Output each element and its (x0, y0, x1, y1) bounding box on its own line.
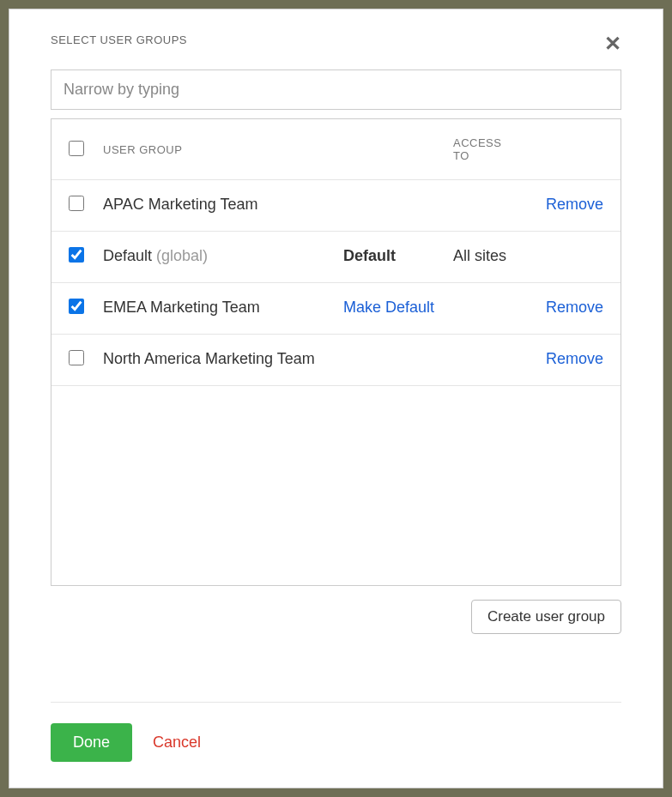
row-checkbox[interactable] (69, 247, 84, 263)
row-checkbox[interactable] (69, 350, 84, 365)
default-cell (335, 180, 445, 232)
table-row: North America Marketing Team Remove (51, 335, 621, 386)
table-row: EMEA Marketing Team Make Default Remove (51, 283, 621, 335)
action-cell: Remove (527, 180, 621, 232)
remove-link[interactable]: Remove (546, 299, 603, 316)
group-name-text: EMEA Marketing Team (103, 299, 260, 316)
default-cell: Default (335, 232, 445, 283)
access-cell: All sites (445, 232, 527, 283)
action-cell: Remove (527, 283, 621, 335)
group-name: EMEA Marketing Team (94, 283, 335, 335)
access-cell (445, 180, 527, 232)
table-row: APAC Marketing Team Remove (51, 180, 621, 232)
remove-link[interactable]: Remove (546, 350, 603, 367)
modal-title: SELECT USER GROUPS (51, 33, 187, 46)
make-default-link[interactable]: Make Default (343, 299, 434, 316)
group-name-text: Default (103, 247, 152, 264)
table-row: Default (global) Default All sites (51, 232, 621, 283)
col-header-action (527, 119, 621, 180)
action-cell: Remove (527, 335, 621, 386)
group-name: Default (global) (94, 232, 335, 283)
below-table-actions: Create user group (51, 600, 621, 634)
group-name: APAC Marketing Team (94, 180, 335, 232)
action-cell (527, 232, 621, 283)
modal-header: SELECT USER GROUPS ✕ (9, 9, 663, 69)
access-cell (445, 335, 527, 386)
modal-body: USER GROUP ACCESS TO APAC Marketing Team (9, 69, 663, 671)
row-checkbox[interactable] (69, 196, 84, 211)
group-name: North America Marketing Team (94, 335, 335, 386)
access-cell (445, 283, 527, 335)
select-all-checkbox[interactable] (69, 141, 84, 156)
row-checkbox[interactable] (69, 299, 84, 314)
col-header-access-to: ACCESS TO (445, 119, 527, 180)
cancel-link[interactable]: Cancel (153, 734, 201, 752)
close-icon[interactable]: ✕ (604, 33, 621, 54)
select-user-groups-modal: SELECT USER GROUPS ✕ USER GROUP ACCESS T… (9, 9, 663, 788)
col-header-user-group: USER GROUP (94, 119, 335, 180)
group-table: USER GROUP ACCESS TO APAC Marketing Team (51, 119, 621, 386)
col-header-checkbox (51, 119, 94, 180)
group-name-suffix: (global) (156, 247, 208, 264)
table-header-row: USER GROUP ACCESS TO (51, 119, 621, 180)
group-name-text: North America Marketing Team (103, 350, 315, 367)
search-input[interactable] (51, 69, 621, 110)
modal-footer: Done Cancel (51, 702, 621, 788)
default-cell: Make Default (335, 283, 445, 335)
col-header-default (335, 119, 445, 180)
group-table-container: USER GROUP ACCESS TO APAC Marketing Team (51, 118, 621, 586)
remove-link[interactable]: Remove (546, 196, 603, 213)
default-label: Default (343, 247, 396, 264)
default-cell (335, 335, 445, 386)
create-user-group-button[interactable]: Create user group (471, 600, 621, 634)
group-name-text: APAC Marketing Team (103, 196, 257, 213)
done-button[interactable]: Done (51, 723, 132, 762)
